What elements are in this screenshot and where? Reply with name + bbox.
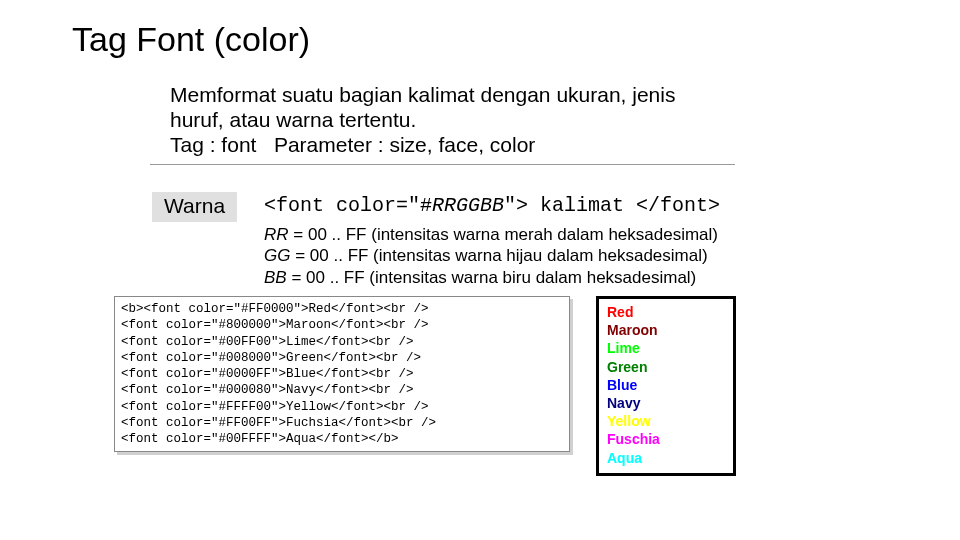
code-line: <b><font color="#FF0000">Red</font><br /… xyxy=(121,301,563,317)
code-line: <font color="#0000FF">Blue</font><br /> xyxy=(121,366,563,382)
description-block: Memformat suatu bagian kalimat dengan uk… xyxy=(170,82,710,158)
out-aqua: Aqua xyxy=(607,449,725,467)
warna-label: Warna xyxy=(152,192,237,222)
divider xyxy=(150,164,735,165)
out-lime: Lime xyxy=(607,339,725,357)
code-box: <b><font color="#FF0000">Red</font><br /… xyxy=(114,296,570,452)
syntax-var: RRGGBB xyxy=(432,194,504,217)
explain-rr-var: RR xyxy=(264,225,289,244)
explain-gg-var: GG xyxy=(264,246,290,265)
code-line: <font color="#00FF00">Lime</font><br /> xyxy=(121,334,563,350)
code-line: <font color="#800000">Maroon</font><br /… xyxy=(121,317,563,333)
out-yellow: Yellow xyxy=(607,412,725,430)
explain-gg: GG = 00 .. FF (intensitas warna hijau da… xyxy=(264,245,718,266)
out-blue: Blue xyxy=(607,376,725,394)
explain-gg-text: = 00 .. FF (intensitas warna hijau dalam… xyxy=(290,246,707,265)
desc-text-1: Memformat suatu bagian kalimat dengan uk… xyxy=(170,83,675,131)
out-maroon: Maroon xyxy=(607,321,725,339)
code-line: <font color="#FF00FF">Fuchsia</font><br … xyxy=(121,415,563,431)
out-red: Red xyxy=(607,303,725,321)
output-box: Red Maroon Lime Green Blue Navy Yellow F… xyxy=(596,296,736,476)
explain-block: RR = 00 .. FF (intensitas warna merah da… xyxy=(264,224,718,288)
code-line: <font color="#000080">Navy</font><br /> xyxy=(121,382,563,398)
code-line: <font color="#FFFF00">Yellow</font><br /… xyxy=(121,399,563,415)
explain-bb-text: = 00 .. FF (intensitas warna biru dalam … xyxy=(287,268,697,287)
explain-bb-var: BB xyxy=(264,268,287,287)
out-navy: Navy xyxy=(607,394,725,412)
page-title: Tag Font (color) xyxy=(72,20,310,59)
syntax-open: <font color="# xyxy=(264,194,432,217)
syntax-close: "> kalimat </font> xyxy=(504,194,720,217)
out-green: Green xyxy=(607,358,725,376)
syntax-line: <font color="#RRGGBB"> kalimat </font> xyxy=(264,194,720,217)
out-fuschia: Fuschia xyxy=(607,430,725,448)
explain-bb: BB = 00 .. FF (intensitas warna biru dal… xyxy=(264,267,718,288)
desc-text-2: Tag : font Parameter : size, face, color xyxy=(170,133,535,156)
code-line: <font color="#008000">Green</font><br /> xyxy=(121,350,563,366)
code-line: <font color="#00FFFF">Aqua</font></b> xyxy=(121,431,563,447)
explain-rr: RR = 00 .. FF (intensitas warna merah da… xyxy=(264,224,718,245)
explain-rr-text: = 00 .. FF (intensitas warna merah dalam… xyxy=(289,225,718,244)
